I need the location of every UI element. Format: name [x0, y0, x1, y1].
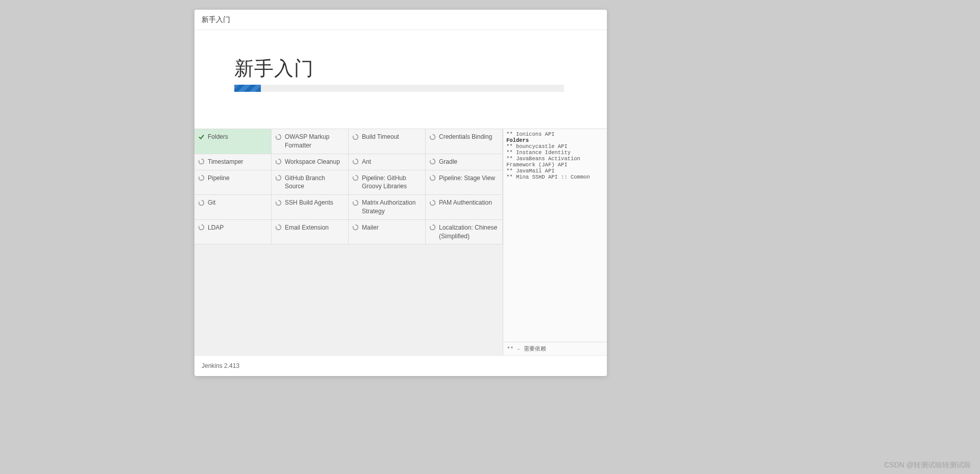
- plugin-cell: Ant: [349, 154, 426, 170]
- plugin-label: Pipeline: [208, 174, 230, 183]
- log-line: ** Instance Identity: [506, 149, 604, 156]
- watermark: CSDN @转测试啦转测试啦: [884, 461, 971, 470]
- spinner-icon: [275, 224, 282, 231]
- plugin-label: Email Extension: [285, 223, 329, 232]
- plugin-label: Matrix Authorization Strategy: [362, 198, 422, 216]
- modal-header: 新手入门: [194, 10, 607, 30]
- log-line: ** JavaMail API: [506, 168, 604, 174]
- spinner-icon: [352, 158, 359, 165]
- plugin-label: Localization: Chinese (Simplified): [439, 223, 499, 241]
- plugin-cell: Credentials Binding: [426, 129, 503, 154]
- plugin-cell: Build Timeout: [349, 129, 426, 154]
- spinner-icon: [275, 133, 282, 140]
- log-footer: ** - 需要依赖: [503, 342, 607, 355]
- setup-wizard-modal: 新手入门 新手入门 FoldersOWASP Markup FormatterB…: [194, 10, 607, 376]
- plugin-label: Pipeline: Stage View: [439, 174, 495, 183]
- plugin-label: Ant: [362, 158, 371, 166]
- progress-fill: [234, 85, 261, 92]
- spinner-icon: [429, 158, 436, 165]
- spinner-icon: [198, 174, 205, 182]
- plugin-label: Folders: [208, 133, 228, 141]
- spinner-icon: [198, 224, 205, 231]
- plugin-label: Git: [208, 198, 215, 207]
- plugin-cell: Pipeline: [194, 170, 272, 195]
- spinner-icon: [429, 224, 436, 231]
- plugin-cell: Pipeline: Stage View: [426, 170, 503, 195]
- install-log: ** Ionicons APIFolders** bouncycastle AP…: [503, 129, 607, 342]
- plugin-cell: Matrix Authorization Strategy: [349, 195, 426, 220]
- plugin-cell: Folders: [194, 129, 272, 154]
- plugin-label: PAM Authentication: [439, 198, 492, 207]
- spinner-icon: [429, 199, 436, 206]
- log-line: Folders: [506, 137, 604, 143]
- progress-bar: [234, 85, 564, 92]
- spinner-icon: [275, 174, 282, 182]
- plugin-cell: Mailer: [349, 220, 426, 245]
- spinner-icon: [429, 174, 436, 182]
- plugin-label: Timestamper: [208, 158, 243, 166]
- log-line: ** Mina SSHD API :: Common: [506, 174, 604, 180]
- spinner-icon: [352, 174, 359, 182]
- plugin-cell: Git: [194, 195, 272, 220]
- plugin-cell: GitHub Branch Source: [272, 170, 349, 195]
- spinner-icon: [352, 133, 359, 140]
- log-line: ** Ionicons API: [506, 131, 604, 137]
- check-icon: [198, 133, 205, 140]
- spinner-icon: [198, 158, 205, 165]
- spinner-icon: [429, 133, 436, 140]
- plugin-cell: Localization: Chinese (Simplified): [426, 220, 503, 245]
- plugin-label: LDAP: [208, 223, 224, 232]
- plugin-cell: Timestamper: [194, 154, 272, 170]
- plugin-label: OWASP Markup Formatter: [285, 133, 345, 150]
- log-line: ** JavaBeans Activation Framework (JAF) …: [506, 156, 604, 168]
- modal-footer: Jenkins 2.413: [194, 355, 607, 376]
- plugin-label: Credentials Binding: [439, 133, 492, 141]
- plugin-cell: Email Extension: [272, 220, 349, 245]
- plugin-label: Build Timeout: [362, 133, 399, 141]
- spinner-icon: [275, 158, 282, 165]
- spinner-icon: [275, 199, 282, 206]
- plugin-label: Workspace Cleanup: [285, 158, 340, 166]
- log-line: ** bouncycastle API: [506, 143, 604, 149]
- spinner-icon: [352, 199, 359, 206]
- plugin-cell: LDAP: [194, 220, 272, 245]
- spinner-icon: [198, 199, 205, 206]
- plugin-cell: PAM Authentication: [426, 195, 503, 220]
- plugin-label: Mailer: [362, 223, 379, 232]
- plugin-cell: Gradle: [426, 154, 503, 170]
- plugin-label: GitHub Branch Source: [285, 174, 345, 191]
- spinner-icon: [352, 224, 359, 231]
- install-log-panel: ** Ionicons APIFolders** bouncycastle AP…: [503, 129, 607, 355]
- version-label: Jenkins 2.413: [202, 362, 239, 369]
- page-title: 新手入门: [234, 56, 567, 82]
- plugin-label: Gradle: [439, 158, 457, 166]
- plugins-grid: FoldersOWASP Markup FormatterBuild Timeo…: [194, 129, 503, 355]
- plugin-cell: SSH Build Agents: [272, 195, 349, 220]
- modal-title: 新手入门: [202, 15, 230, 23]
- plugin-label: Pipeline: GitHub Groovy Libraries: [362, 174, 422, 191]
- plugin-cell: Workspace Cleanup: [272, 154, 349, 170]
- plugin-cell: OWASP Markup Formatter: [272, 129, 349, 154]
- plugin-cell: Pipeline: GitHub Groovy Libraries: [349, 170, 426, 195]
- hero-section: 新手入门: [194, 30, 607, 129]
- plugin-label: SSH Build Agents: [285, 198, 333, 207]
- content-area: FoldersOWASP Markup FormatterBuild Timeo…: [194, 129, 607, 355]
